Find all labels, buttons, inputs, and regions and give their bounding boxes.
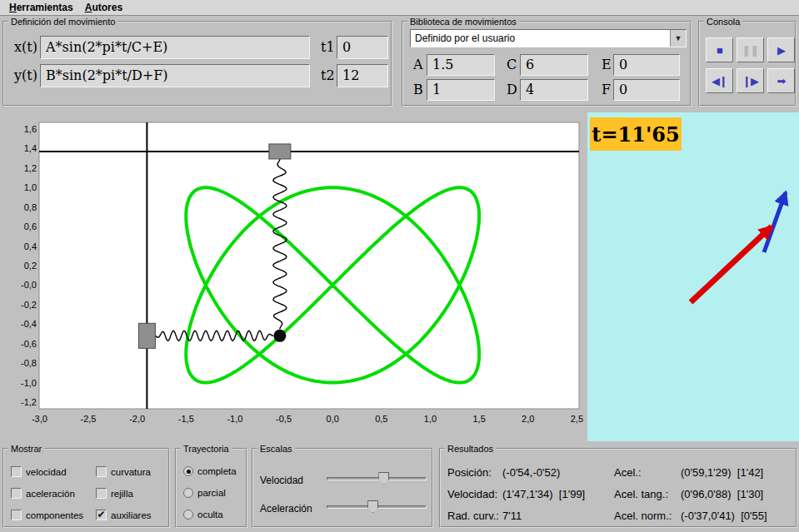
acel-value: (0'59,1'29) [1'42] bbox=[681, 466, 763, 479]
acel-tang-label: Acel. tang.: bbox=[614, 488, 668, 500]
velocity-vector bbox=[691, 226, 772, 302]
y-tick-label: 1,2 bbox=[24, 163, 37, 173]
rad-curv-label: Rad. curv.: bbox=[447, 510, 499, 522]
checkbox-curvatura[interactable]: curvatura bbox=[96, 466, 151, 477]
mostrar-panel-title: Mostrar bbox=[8, 443, 44, 455]
velocity-scale-slider[interactable] bbox=[327, 471, 427, 486]
radio-label: oculta bbox=[197, 510, 223, 520]
particle[interactable] bbox=[273, 330, 286, 342]
library-panel-title: Biblioteca de movimientos bbox=[407, 16, 519, 27]
checkbox-componentes[interactable]: componentes bbox=[11, 510, 83, 520]
x-tick-label: -0,5 bbox=[276, 414, 292, 424]
param-f-label: F bbox=[602, 82, 611, 97]
checkbox-rejilla[interactable]: rejilla bbox=[96, 488, 133, 499]
step-forward-button[interactable]: ❙▶ bbox=[737, 68, 764, 93]
definition-panel: Definición del movimiento x(t) A*sin(2*p… bbox=[2, 21, 392, 107]
param-f-input[interactable]: 0 bbox=[613, 79, 680, 101]
param-d-input[interactable]: 4 bbox=[520, 79, 588, 101]
checkbox-label: curvatura bbox=[111, 467, 151, 477]
x-tick-label: 2,5 bbox=[571, 414, 583, 424]
acceleration-vector bbox=[764, 192, 786, 252]
slider-thumb[interactable] bbox=[367, 500, 378, 513]
menu-herramientas[interactable]: Herramientas bbox=[3, 1, 79, 14]
param-b-input[interactable]: 1 bbox=[427, 79, 495, 101]
checkbox-velocidad[interactable]: velocidad bbox=[11, 466, 67, 477]
acel-norm-value: (-0'37,0'41) [0'55] bbox=[681, 510, 767, 522]
console-panel: Consola ■ ❚❚ ▶ ◀❙ ❙▶ ➡ bbox=[698, 21, 797, 107]
param-c-input[interactable]: 6 bbox=[520, 54, 588, 76]
radio-parcial[interactable]: parcial bbox=[183, 488, 226, 498]
posicion-label: Posición: bbox=[447, 466, 492, 479]
y-tick-label: 0,2 bbox=[24, 261, 37, 271]
checkbox-icon bbox=[11, 466, 22, 477]
checkbox-icon bbox=[96, 466, 107, 477]
movement-select[interactable]: Definido por el usuario ▼ bbox=[410, 29, 687, 47]
step-back-button[interactable]: ◀❙ bbox=[706, 68, 733, 93]
velocidad-label: Velocidad: bbox=[447, 488, 497, 500]
xt-label: x(t) bbox=[14, 39, 37, 55]
radio-icon bbox=[183, 510, 193, 520]
trayectoria-panel: Trayectoria completa parcial oculta bbox=[175, 448, 247, 528]
posicion-value: (-0'54,-0'52) bbox=[502, 466, 560, 479]
play-button[interactable]: ▶ bbox=[767, 37, 795, 62]
menu-autores[interactable]: Autores bbox=[79, 1, 128, 14]
x-tick-label: -1,0 bbox=[227, 414, 242, 424]
acceleration-scale-label: Aceleración bbox=[260, 503, 312, 515]
x-tick-label: -1,5 bbox=[178, 414, 194, 424]
param-c-label: C bbox=[507, 57, 517, 72]
reset-button[interactable]: ■ bbox=[706, 37, 733, 62]
y-tick-label: 1,4 bbox=[24, 143, 37, 153]
acel-label: Acel.: bbox=[614, 466, 642, 479]
radio-label: parcial bbox=[197, 488, 226, 498]
t2-input[interactable]: 12 bbox=[337, 64, 388, 87]
resultados-panel-title: Resultados bbox=[445, 443, 496, 455]
radio-oculta[interactable]: oculta bbox=[183, 510, 223, 520]
t1-input[interactable]: 0 bbox=[337, 36, 388, 59]
checkbox-label: componentes bbox=[26, 510, 83, 520]
xt-input[interactable]: A*sin(2*pi*t/C+E) bbox=[40, 36, 310, 59]
top-anchor-block bbox=[269, 144, 291, 159]
param-e-label: E bbox=[602, 57, 612, 72]
y-tick-label: 0,8 bbox=[24, 202, 37, 212]
checkbox-auxiliares[interactable]: ✔auxiliares bbox=[96, 510, 152, 520]
x-tick-label: 0,0 bbox=[327, 414, 339, 424]
escalas-panel-title: Escalas bbox=[257, 443, 295, 455]
param-a-label: A bbox=[413, 57, 423, 72]
y-tick-label: -0,0 bbox=[21, 280, 37, 290]
y-tick-label: 0,4 bbox=[24, 241, 37, 251]
definition-panel-title: Definición del movimiento bbox=[8, 16, 117, 27]
param-e-input[interactable]: 0 bbox=[613, 54, 680, 76]
velocity-scale-label: Velocidad bbox=[260, 475, 303, 486]
resultados-panel: Resultados Posición: (-0'54,-0'52) Veloc… bbox=[439, 448, 797, 528]
x-tick-label: -3,0 bbox=[32, 414, 47, 424]
param-b-label: B bbox=[413, 82, 423, 97]
plot-canvas bbox=[39, 122, 579, 409]
param-a-input[interactable]: 1.5 bbox=[427, 54, 495, 76]
chevron-down-icon[interactable]: ▼ bbox=[670, 30, 686, 47]
console-panel-title: Consola bbox=[704, 16, 742, 27]
y-tick-label: -0,6 bbox=[21, 339, 37, 349]
slider-track bbox=[327, 477, 427, 480]
yt-input[interactable]: B*sin(2*pi*t/D+F) bbox=[40, 64, 310, 87]
menu-bar: Herramientas Autores bbox=[0, 0, 799, 16]
y-tick-label: 1,0 bbox=[24, 182, 37, 192]
x-tick-label: 1,5 bbox=[472, 414, 485, 424]
radio-icon bbox=[183, 488, 193, 498]
checkbox-label: auxiliares bbox=[111, 510, 152, 520]
plot-area: 1,61,41,21,00,80,60,40,2-0,0-0,2-0,4-0,6… bbox=[0, 112, 587, 441]
radio-completa[interactable]: completa bbox=[183, 466, 237, 476]
vectors-display bbox=[587, 112, 799, 441]
x-tick-label: -2,0 bbox=[129, 414, 145, 424]
continue-button[interactable]: ➡ bbox=[767, 68, 795, 93]
slider-thumb[interactable] bbox=[378, 472, 389, 485]
acceleration-scale-slider[interactable] bbox=[327, 500, 427, 515]
checkbox-icon bbox=[11, 510, 22, 520]
pause-button[interactable]: ❚❚ bbox=[737, 37, 764, 62]
y-tick-label: -1,0 bbox=[21, 378, 37, 388]
y-tick-label: -0,8 bbox=[21, 358, 37, 368]
x-tick-label: -2,5 bbox=[81, 414, 97, 424]
acel-norm-label: Acel. norm.: bbox=[614, 510, 672, 522]
checkbox-aceleracion[interactable]: aceleración bbox=[11, 488, 75, 499]
checkbox-label: aceleración bbox=[26, 489, 75, 499]
escalas-panel: Escalas Velocidad Aceleración bbox=[252, 448, 433, 528]
